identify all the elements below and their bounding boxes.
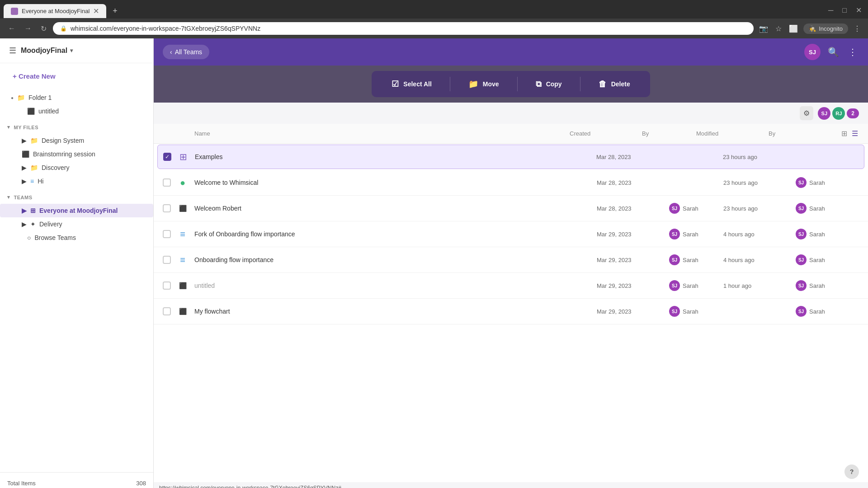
file-mod-by: SJSarah xyxy=(796,254,859,265)
member-avatar-rj[interactable]: RJ xyxy=(832,107,845,120)
new-tab-button[interactable]: + xyxy=(108,4,122,19)
by-name: Sarah xyxy=(683,282,698,289)
file-created: Mar 29, 2023 xyxy=(597,282,669,289)
file-mod-by: SJSarah xyxy=(796,203,859,214)
sidebar-footer: Total Items 308 xyxy=(0,472,153,488)
table-row[interactable]: ✓ ⊞ Examples Mar 28, 2023 23 hours ago xyxy=(157,145,864,169)
file-checkbox[interactable] xyxy=(163,256,171,264)
minimize-button[interactable]: ─ xyxy=(826,5,836,16)
create-new-button[interactable]: + Create New xyxy=(7,69,146,84)
teams-section-header[interactable]: ▾ TEAMS xyxy=(0,190,153,202)
sidebar-item-discovery[interactable]: ▶ 📁 Discovery xyxy=(0,161,153,174)
file-checkbox[interactable]: ✓ xyxy=(163,153,171,161)
by-avatar: SJ xyxy=(669,229,680,239)
mod-by-name: Sarah xyxy=(809,308,825,315)
view-toggle: ⊞ ☰ xyxy=(832,128,859,139)
sidebar-item-everyone-team[interactable]: ▶ ⊞ Everyone at MoodjoyFinal xyxy=(0,204,153,217)
file-modified: 4 hours ago xyxy=(723,257,796,263)
settings-button[interactable]: ⚙ xyxy=(800,106,813,120)
more-options-button[interactable]: ⋮ xyxy=(846,45,859,59)
refresh-button[interactable]: ↻ xyxy=(38,23,49,35)
table-row[interactable]: ⬛ Welceom Robert Mar 28, 2023 SJSarah 23… xyxy=(154,196,868,221)
mod-by-name: Sarah xyxy=(809,231,825,238)
sidebar-item-label: untitled xyxy=(38,108,146,115)
col-modified-header: Modified xyxy=(696,130,769,137)
select-all-button[interactable]: ☑ Select All xyxy=(379,75,444,94)
file-type-icon: ⬛ xyxy=(176,202,189,215)
browser-tab[interactable]: Everyone at MoodjoyFinal ✕ xyxy=(4,4,106,18)
close-window-button[interactable]: ✕ xyxy=(853,4,864,16)
lock-icon: 🔒 xyxy=(60,25,67,32)
sidebar-item-label: Design System xyxy=(42,137,146,144)
forward-nav-button[interactable]: → xyxy=(22,23,34,34)
back-nav-button[interactable]: ← xyxy=(5,23,18,34)
topbar-left: ‹ All Teams xyxy=(163,45,209,59)
sidebar-item-brainstorming[interactable]: ⬛ Brainstomring session xyxy=(0,147,153,161)
file-name: My flowchart xyxy=(194,308,597,315)
tab-favicon xyxy=(11,8,18,15)
file-by: SJSarah xyxy=(669,306,723,317)
tab-close-icon[interactable]: ✕ xyxy=(93,7,99,15)
flow-icon: ⬛ xyxy=(27,108,35,115)
file-checkbox[interactable] xyxy=(163,230,171,238)
star-icon[interactable]: ☆ xyxy=(774,23,783,35)
table-row[interactable]: ≡ Onboarding flow importance Mar 29, 202… xyxy=(154,247,868,273)
file-by: SJSarah xyxy=(669,203,723,214)
file-created: Mar 28, 2023 xyxy=(597,179,669,186)
camera-icon[interactable]: 📷 xyxy=(757,23,770,35)
sidebar-item-delivery[interactable]: ▶ ✦ Delivery xyxy=(0,217,153,231)
browser-controls: ← → ↻ 🔒 whimsical.com/everyone-in-worksp… xyxy=(0,19,868,38)
list-view-button[interactable]: ☰ xyxy=(851,128,859,139)
help-button[interactable]: ? xyxy=(844,465,859,479)
toolbar-divider-3 xyxy=(580,77,580,91)
member-avatar-sj[interactable]: SJ xyxy=(818,107,830,120)
mod-by-name: Sarah xyxy=(809,179,825,186)
by-name: Sarah xyxy=(683,308,698,315)
table-row[interactable]: ⬛ untitled Mar 29, 2023 SJSarah 1 hour a… xyxy=(154,273,868,299)
file-created: Mar 28, 2023 xyxy=(596,154,669,160)
search-button[interactable]: 🔍 xyxy=(826,45,841,59)
sidebar-item-untitled[interactable]: ⬛ untitled xyxy=(0,104,153,118)
file-checkbox[interactable] xyxy=(163,282,171,290)
table-row[interactable]: ≡ Fork of Onboarding flow importance Mar… xyxy=(154,221,868,247)
sidebar-item-hi[interactable]: ▶ ≡ Hi xyxy=(0,174,153,188)
menu-dots-icon[interactable]: ⋮ xyxy=(852,23,863,35)
sidebar-item-browse-teams[interactable]: ○ Browse Teams xyxy=(0,231,153,244)
file-checkbox[interactable] xyxy=(163,307,171,315)
address-bar[interactable]: 🔒 whimsical.com/everyone-in-workspace-7t… xyxy=(53,22,754,35)
copy-button[interactable]: ⧉ Copy xyxy=(523,75,575,94)
sidebar: ☰ MoodjoyFinal ▾ + Create New ● 📁 Folder… xyxy=(0,38,154,488)
file-modified: 1 hour ago xyxy=(723,282,796,289)
col-created-header: Created xyxy=(570,130,642,137)
sidebar-item-label: Brainstomring session xyxy=(33,150,146,158)
sidebar-menu-button[interactable]: ☰ xyxy=(9,46,16,56)
member-avatars: SJ RJ 2 xyxy=(818,107,859,120)
all-teams-back-button[interactable]: ‹ All Teams xyxy=(163,45,209,59)
extensions-icon[interactable]: ⬜ xyxy=(787,23,800,35)
file-checkbox[interactable] xyxy=(163,204,171,212)
file-type-icon: ● xyxy=(176,176,189,189)
table-row[interactable]: ● Welcome to Whimsical Mar 28, 2023 23 h… xyxy=(154,170,868,196)
file-mod-by: SJSarah xyxy=(796,306,859,317)
by-name: Sarah xyxy=(683,231,698,238)
avatar[interactable]: SJ xyxy=(804,44,821,60)
sidebar-item-design-system[interactable]: ▶ 📁 Design System xyxy=(0,134,153,147)
my-files-section-header[interactable]: ▾ MY FILES xyxy=(0,120,153,132)
file-checkbox[interactable] xyxy=(163,178,171,187)
table-row[interactable]: ⬛ My flowchart Mar 29, 2023 SJSarah SJSa… xyxy=(154,299,868,324)
delete-button[interactable]: 🗑 Delete xyxy=(586,75,643,94)
move-button[interactable]: 📁 Move xyxy=(456,75,512,94)
select-all-label: Select All xyxy=(403,80,432,88)
sidebar-item-folder1[interactable]: ● 📁 Folder 1 xyxy=(0,91,153,104)
file-type-icon: ⊞ xyxy=(177,150,189,163)
file-list: Name Created By Modified By ⊞ ☰ ✓ ⊞ Exam… xyxy=(154,124,868,482)
file-name: Welceom Robert xyxy=(194,205,597,212)
grid-view-button[interactable]: ⊞ xyxy=(840,128,848,139)
sidebar-item-label: Discovery xyxy=(42,164,146,171)
toolbar-divider xyxy=(450,77,450,91)
sidebar-item-label: Everyone at MoodjoyFinal xyxy=(39,207,146,214)
maximize-button[interactable]: □ xyxy=(840,5,849,16)
file-type-icon: ⬛ xyxy=(176,305,189,318)
workspace-title[interactable]: MoodjoyFinal ▾ xyxy=(21,47,73,55)
file-by: SJSarah xyxy=(669,254,723,265)
